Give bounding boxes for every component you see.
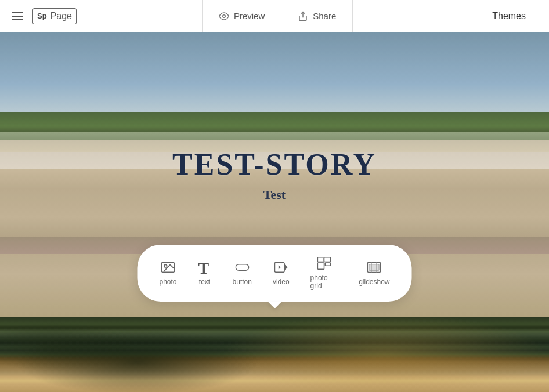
themes-label: Themes — [492, 11, 526, 21]
toolbar-photo-grid[interactable]: photo grid — [302, 252, 346, 295]
video-icon — [274, 260, 288, 274]
svg-rect-10 — [324, 257, 330, 262]
preview-icon — [219, 11, 229, 21]
svg-marker-8 — [279, 265, 281, 269]
toolbar-text[interactable]: T text — [190, 256, 220, 291]
header-left: Sp Page — [9, 8, 77, 24]
svg-marker-7 — [284, 264, 288, 270]
svg-text:T: T — [198, 260, 210, 275]
toolbar-photo[interactable]: photo — [151, 256, 185, 291]
svg-rect-14 — [369, 264, 379, 270]
svg-rect-5 — [236, 264, 249, 271]
svg-rect-11 — [317, 263, 324, 269]
toolbar-photo-grid-label: photo grid — [310, 274, 338, 290]
share-icon — [298, 11, 308, 21]
toolbar-button[interactable]: button — [225, 256, 260, 291]
hero-title: TEST-STORY — [0, 147, 549, 182]
button-icon — [235, 260, 249, 274]
share-label: Share — [313, 11, 336, 21]
svg-rect-12 — [325, 263, 330, 266]
hero-subtitle: Test — [0, 187, 549, 202]
header: Sp Page Preview Share Themes — [0, 0, 549, 32]
main-content: TEST-STORY Test photo — [0, 32, 549, 392]
photo-icon — [161, 260, 175, 274]
toolbar-glideshow[interactable]: glideshow — [351, 256, 398, 291]
photo-grid-icon — [317, 256, 331, 270]
svg-point-0 — [223, 14, 226, 17]
hero-text-container: TEST-STORY Test — [0, 147, 549, 202]
bottom-background — [0, 317, 549, 392]
toolbar-text-label: text — [199, 278, 210, 286]
hero-section: TEST-STORY Test photo — [0, 32, 549, 317]
toolbar-container: photo T text — [138, 245, 412, 308]
hamburger-menu-icon[interactable] — [9, 10, 26, 23]
text-icon: T — [198, 260, 212, 274]
content-toolbar: photo T text — [138, 245, 412, 302]
toolbar-video[interactable]: video — [265, 256, 298, 291]
glideshow-icon — [367, 260, 381, 274]
toolbar-photo-label: photo — [160, 278, 177, 286]
logo-sp: Sp — [37, 12, 47, 20]
logo-page: Page — [50, 11, 72, 21]
svg-rect-9 — [317, 257, 323, 262]
logo[interactable]: Sp Page — [32, 8, 77, 24]
toolbar-arrow — [268, 302, 281, 308]
header-center: Preview Share — [77, 0, 478, 32]
preview-button[interactable]: Preview — [202, 0, 281, 32]
themes-button[interactable]: Themes — [478, 11, 540, 21]
toolbar-button-label: button — [233, 278, 252, 286]
share-button[interactable]: Share — [281, 0, 353, 32]
toolbar-glideshow-label: glideshow — [359, 278, 389, 286]
svg-point-3 — [164, 264, 167, 267]
preview-label: Preview — [234, 11, 265, 21]
toolbar-video-label: video — [273, 278, 290, 286]
bottom-image-section — [0, 317, 549, 392]
